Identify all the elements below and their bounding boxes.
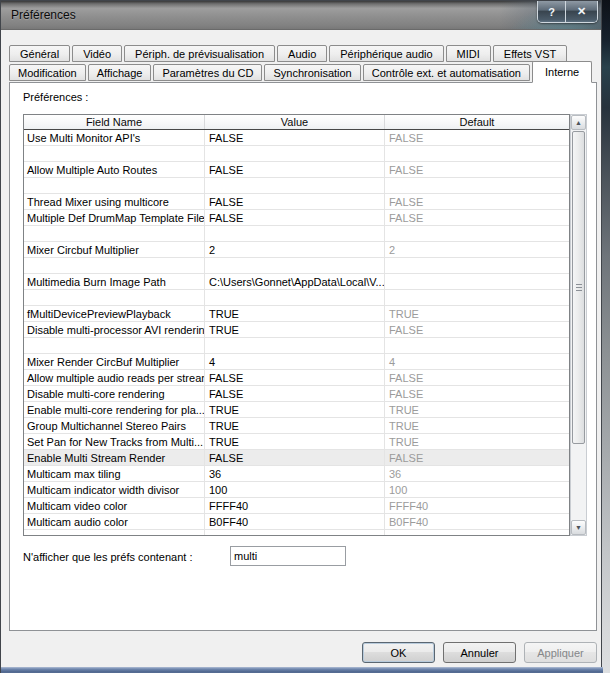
table-row[interactable]: Multicam indicator width divisor100100 <box>24 482 569 498</box>
cell-value: 2 <box>205 242 385 257</box>
cell-default <box>385 146 569 161</box>
help-button[interactable]: ? <box>538 1 565 22</box>
cell-default <box>385 274 569 289</box>
ok-button[interactable]: OK <box>362 642 435 663</box>
cell-field-name <box>24 258 205 273</box>
tab-peripherique-audio[interactable]: Périphérique audio <box>329 45 443 62</box>
table-row[interactable] <box>24 178 569 194</box>
cell-value: C:\Users\Gonnet\AppData\Local\V... <box>205 274 385 289</box>
arrow-up-icon: ▲ <box>575 119 582 126</box>
tab-synchronisation[interactable]: Synchronisation <box>264 64 360 81</box>
table-row[interactable] <box>24 530 569 536</box>
table-row[interactable]: Mixer Render CircBuf Multiplier44 <box>24 354 569 370</box>
help-icon: ? <box>548 6 555 18</box>
table-row[interactable]: Multiple Def DrumMap Template FilesFALSE… <box>24 210 569 226</box>
scrollbar-grip-icon <box>576 284 582 292</box>
tab-interne[interactable]: Interne <box>532 61 592 83</box>
cell-field-name: Multicam audio color <box>24 514 205 529</box>
table-row[interactable] <box>24 290 569 306</box>
cell-value: FALSE <box>205 130 385 145</box>
tab-periph-de-previsualisation[interactable]: Périph. de prévisualisation <box>124 45 275 62</box>
grid-header: Field Name Value Default <box>24 115 569 130</box>
tab-modification[interactable]: Modification <box>9 64 86 81</box>
table-row[interactable] <box>24 146 569 162</box>
cell-value <box>205 178 385 193</box>
tab-effets-vst[interactable]: Effets VST <box>493 45 567 62</box>
tab-general[interactable]: Général <box>9 45 70 62</box>
cell-field-name <box>24 178 205 193</box>
table-row[interactable]: Multicam max tiling3636 <box>24 466 569 482</box>
cell-field-name: fMultiDevicePreviewPlayback <box>24 306 205 321</box>
scrollbar-thumb[interactable] <box>572 131 585 444</box>
screen: Préférences ? ✕ GénéralVidéoPériph. de p… <box>0 0 610 673</box>
caption-buttons: ? ✕ <box>537 1 598 23</box>
cell-default: 2 <box>385 242 569 257</box>
column-header-value[interactable]: Value <box>205 115 385 129</box>
cell-field-name <box>24 226 205 241</box>
cell-field-name: Multicam indicator width divisor <box>24 482 205 497</box>
vertical-scrollbar[interactable]: ▲ ▼ <box>570 114 587 536</box>
table-row[interactable]: Multicam audio colorB0FF40B0FF40 <box>24 514 569 530</box>
cell-field-name: Group Multichannel Stereo Pairs <box>24 418 205 433</box>
cell-default <box>385 258 569 273</box>
table-row[interactable]: Enable multi-core rendering for pla...TR… <box>24 402 569 418</box>
table-row[interactable]: Multicam video colorFFFF40FFFF40 <box>24 498 569 514</box>
close-icon: ✕ <box>577 5 586 18</box>
table-row[interactable] <box>24 226 569 242</box>
tab-midi[interactable]: MIDI <box>446 45 491 62</box>
column-header-field-name[interactable]: Field Name <box>24 115 205 129</box>
scrollbar-down-button[interactable]: ▼ <box>571 520 586 535</box>
cell-field-name: Disable multi-core rendering <box>24 386 205 401</box>
close-button[interactable]: ✕ <box>565 1 597 22</box>
cell-default: TRUE <box>385 402 569 417</box>
cell-value: FALSE <box>205 162 385 177</box>
cell-field-name: Mixer Render CircBuf Multiplier <box>24 354 205 369</box>
table-row[interactable]: Thread Mixer using multicoreFALSEFALSE <box>24 194 569 210</box>
apply-button: Appliquer <box>524 642 597 663</box>
cell-value: TRUE <box>205 418 385 433</box>
table-row[interactable]: Mixer Circbuf Multiplier22 <box>24 242 569 258</box>
cell-value <box>205 258 385 273</box>
column-header-default[interactable]: Default <box>385 115 569 129</box>
cell-field-name: Mixer Circbuf Multiplier <box>24 242 205 257</box>
titlebar[interactable]: Préférences <box>1 1 601 30</box>
cell-default: FALSE <box>385 386 569 401</box>
table-row[interactable] <box>24 338 569 354</box>
tab-audio[interactable]: Audio <box>277 45 327 62</box>
tab-controle-ext-et-automatisation[interactable]: Contrôle ext. et automatisation <box>363 64 530 81</box>
cell-default: 36 <box>385 466 569 481</box>
cell-value: 100 <box>205 482 385 497</box>
cell-field-name <box>24 338 205 353</box>
tab-affichage[interactable]: Affichage <box>88 64 152 81</box>
cell-value: FFFF40 <box>205 498 385 513</box>
table-row[interactable]: Enable Multi Stream RenderFALSEFALSE <box>24 450 569 466</box>
table-row[interactable]: Disable multi-core renderingFALSEFALSE <box>24 386 569 402</box>
tab-video[interactable]: Vidéo <box>72 45 122 62</box>
cell-value: FALSE <box>205 386 385 401</box>
table-row[interactable]: Disable multi-processor AVI renderingTRU… <box>24 322 569 338</box>
cell-field-name: Enable multi-core rendering for pla... <box>24 402 205 417</box>
filter-input[interactable] <box>230 546 346 566</box>
cell-default <box>385 290 569 305</box>
table-row[interactable]: Allow Multiple Auto RoutesFALSEFALSE <box>24 162 569 178</box>
window-title: Préférences <box>11 8 76 22</box>
cell-field-name: Thread Mixer using multicore <box>24 194 205 209</box>
cell-value <box>205 146 385 161</box>
cell-default: FALSE <box>385 370 569 385</box>
cancel-button[interactable]: Annuler <box>443 642 516 663</box>
cell-field-name: Disable multi-processor AVI rendering <box>24 322 205 337</box>
table-row[interactable]: Multimedia Burn Image PathC:\Users\Gonne… <box>24 274 569 290</box>
cell-value: FALSE <box>205 210 385 225</box>
preferences-list-label: Préférences : <box>23 91 88 103</box>
scrollbar-up-button[interactable]: ▲ <box>571 115 586 130</box>
cell-default <box>385 530 569 536</box>
table-row[interactable]: Group Multichannel Stereo PairsTRUETRUE <box>24 418 569 434</box>
table-row[interactable]: Use Multi Monitor API'sFALSEFALSE <box>24 130 569 146</box>
table-row[interactable] <box>24 258 569 274</box>
table-row[interactable]: fMultiDevicePreviewPlaybackTRUETRUE <box>24 306 569 322</box>
table-row[interactable]: Allow multiple audio reads per streamFAL… <box>24 370 569 386</box>
cell-default: B0FF40 <box>385 514 569 529</box>
background-app-edge <box>602 0 610 673</box>
tab-parametres-du-cd[interactable]: Paramètres du CD <box>153 64 262 81</box>
table-row[interactable]: Set Pan for New Tracks from Multi...TRUE… <box>24 434 569 450</box>
